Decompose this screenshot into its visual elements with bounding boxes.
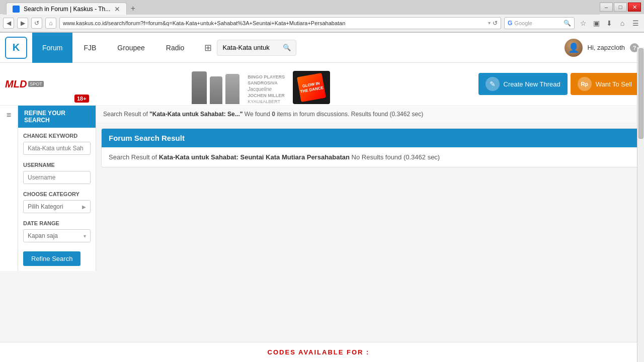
codes-text: CODES AVAILABLE FOR :	[268, 348, 370, 356]
address-dropdown[interactable]: ▾	[488, 20, 491, 26]
home-icon-btn[interactable]: ⌂	[617, 18, 628, 29]
google-search-box[interactable]: G Google 🔍	[504, 17, 575, 29]
reader-btn[interactable]: ▣	[591, 18, 602, 29]
star-btn[interactable]: ☆	[578, 18, 589, 29]
page-scrollbar[interactable]	[637, 47, 644, 362]
username-section: USERNAME	[23, 162, 91, 184]
results-post: items in forum discussions. Results foun…	[277, 111, 423, 118]
username-label: USERNAME	[23, 162, 91, 168]
banner: MLD SPOT BINGO PLAYERS SANDROSIVA Jacque…	[0, 63, 644, 106]
want-to-sell-btn[interactable]: Rp Want To Sell	[571, 73, 639, 95]
results-count: 0	[272, 111, 275, 118]
address-bar[interactable]: www.kaskus.co.id/search/forum?f=forum&q=…	[59, 17, 501, 29]
new-tab-btn[interactable]: +	[127, 3, 139, 15]
grid-icon: ⊞	[204, 43, 212, 53]
bottom-banner: CODES AVAILABLE FOR :	[0, 342, 637, 362]
site-wrapper: K Forum FJB Groupee Radio ⊞ 🔍 👤 Hi,	[0, 33, 644, 362]
nav-tab-radio-label: Radio	[166, 44, 185, 52]
date-dropdown-icon: ▾	[84, 233, 86, 239]
keyword-label: CHANGE KEYWORD	[23, 133, 91, 139]
category-label: CHOOSE CATEGORY	[23, 191, 91, 197]
forward-btn[interactable]: ▶	[17, 18, 28, 29]
refine-search-btn[interactable]: Refine Search	[23, 251, 80, 266]
download-btn[interactable]: ⬇	[604, 18, 615, 29]
mld-text: MLD	[5, 78, 27, 90]
keyword-input[interactable]	[23, 142, 91, 155]
date-label: DATE RANGE	[23, 220, 91, 226]
results-pre: Search Result of	[103, 111, 149, 118]
create-thread-label: Create New Thread	[504, 80, 560, 88]
want-to-sell-label: Want To Sell	[596, 80, 632, 88]
user-greeting: Hi, zapzcloth	[588, 44, 625, 51]
refresh-small[interactable]: ↺	[493, 20, 498, 27]
mld-logo: MLD SPOT	[5, 78, 44, 90]
header-search-box[interactable]: 🔍	[217, 40, 296, 56]
category-select[interactable]: Pilih Kategori ▶	[23, 200, 91, 213]
artist-sandro: SANDROSIVA	[248, 80, 285, 85]
forum-results: Forum Search Result Search Result of Kat…	[101, 128, 639, 167]
nav-tab-radio[interactable]: Radio	[156, 33, 195, 63]
refresh-btn[interactable]: ↺	[31, 18, 42, 29]
username-input[interactable]	[23, 171, 91, 184]
create-thread-btn[interactable]: ✎ Create New Thread	[478, 73, 568, 95]
home-btn[interactable]: ⌂	[45, 18, 56, 29]
action-buttons: ✎ Create New Thread Rp Want To Sell	[478, 73, 639, 95]
title-bar: Search in Forum | Kaskus - Th... ✕ + – □…	[0, 0, 644, 14]
results-mid: We found	[245, 111, 272, 118]
nav-tab-forum[interactable]: Forum	[32, 33, 72, 63]
nav-tab-groupee-label: Groupee	[117, 44, 144, 52]
main-nav: Forum FJB Groupee Radio	[32, 33, 194, 63]
tab-title: Search in Forum | Kaskus - Th...	[24, 6, 110, 13]
keyword-section: CHANGE KEYWORD	[23, 133, 91, 155]
header-search-input[interactable]	[222, 44, 283, 51]
scrollbar-thumb[interactable]	[638, 48, 643, 139]
site-header: K Forum FJB Groupee Radio ⊞ 🔍 👤 Hi,	[0, 33, 644, 63]
avatar: 👤	[565, 39, 583, 57]
forum-results-title: Forum Search Result	[102, 129, 638, 147]
maximize-btn[interactable]: □	[614, 3, 627, 12]
artist-kyau: KYAU&ALBERT	[248, 99, 285, 104]
grid-icon-btn[interactable]: ⊞	[204, 42, 212, 53]
google-search-icon[interactable]: 🔍	[564, 20, 571, 27]
kaskus-logo[interactable]: K	[5, 37, 27, 59]
sell-icon: Rp	[578, 77, 592, 91]
result-keyword: Kata-Kata untuk Sahabat: Seuntai Kata Mu…	[159, 153, 350, 161]
header-search-icon[interactable]: 🔍	[283, 44, 291, 51]
date-section: DATE RANGE Kapan saja ▾	[23, 220, 91, 242]
no-results-text: Search Result of Kata-Kata untuk Sahabat…	[109, 153, 631, 161]
google-placeholder: Google	[514, 20, 532, 26]
nav-tab-groupee[interactable]: Groupee	[107, 33, 154, 63]
refine-body: CHANGE KEYWORD USERNAME CHOOSE CATEGORY …	[18, 128, 96, 271]
nav-tab-forum-label: Forum	[42, 44, 62, 52]
result-post: No Results found (0.3462 sec)	[350, 153, 440, 161]
main-row: ≡ REFINE YOUR SEARCH CHANGE KEYWORD USER…	[0, 106, 644, 271]
results-area: Search Result of "Kata-Kata untuk Sahaba…	[96, 106, 644, 271]
result-pre: Search Result of	[109, 153, 159, 161]
create-thread-icon: ✎	[486, 77, 500, 91]
category-value: Pilih Kategori	[28, 203, 63, 210]
header-right: 👤 Hi, zapzcloth ?	[565, 39, 639, 57]
forum-results-body: Search Result of Kata-Kata untuk Sahabat…	[102, 147, 638, 167]
nav-tab-fjb-label: FJB	[84, 44, 96, 52]
age-badge: 18+	[74, 95, 89, 103]
window-controls: – □ ✕	[600, 3, 641, 12]
category-section: CHOOSE CATEGORY Pilih Kategori ▶	[23, 191, 91, 213]
google-logo: G	[508, 20, 512, 27]
results-header: Search Result of "Kata-Kata untuk Sahaba…	[96, 106, 644, 123]
close-btn[interactable]: ✕	[628, 3, 641, 12]
date-value: Kapan saja	[28, 232, 58, 239]
minimize-btn[interactable]: –	[600, 3, 613, 12]
refine-header: REFINE YOUR SEARCH	[18, 106, 96, 128]
banner-center: BINGO PLAYERS SANDROSIVA Jacqueline JOCH…	[44, 64, 478, 104]
browser-nav-bar: ◀ ▶ ↺ ⌂ www.kaskus.co.id/search/forum?f=…	[0, 14, 644, 32]
tab-close-btn[interactable]: ✕	[114, 5, 120, 13]
category-arrow-icon: ▶	[82, 204, 86, 210]
menu-btn[interactable]: ☰	[630, 18, 641, 29]
artist-bingo: BINGO PLAYERS	[248, 74, 285, 79]
back-btn[interactable]: ◀	[3, 18, 14, 29]
refine-panel: REFINE YOUR SEARCH CHANGE KEYWORD USERNA…	[18, 106, 96, 271]
nav-tab-fjb[interactable]: FJB	[73, 33, 106, 63]
sidebar-toggle[interactable]: ≡	[0, 106, 18, 271]
date-select[interactable]: Kapan saja ▾	[23, 229, 91, 242]
browser-tab[interactable]: Search in Forum | Kaskus - Th... ✕	[6, 3, 127, 15]
